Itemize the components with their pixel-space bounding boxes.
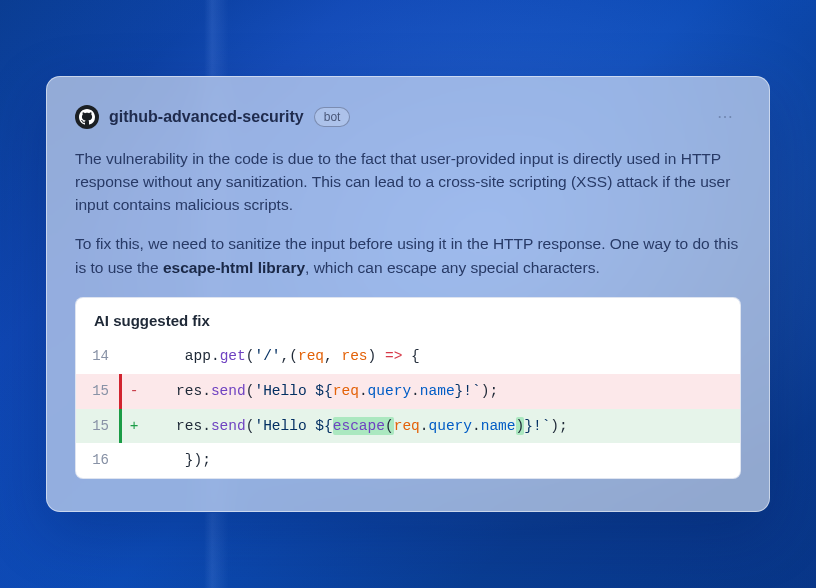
panel-title: AI suggested fix — [76, 298, 740, 339]
suggested-fix-panel: AI suggested fix 14 app.get('/',(req, re… — [75, 297, 741, 479]
line-number: 14 — [76, 339, 122, 374]
author-avatar[interactable] — [75, 105, 99, 129]
line-number: 15 — [76, 374, 122, 409]
p2-suffix: , which can escape any special character… — [305, 259, 600, 276]
more-menu-icon[interactable]: ⋯ — [711, 105, 741, 128]
code-content: res.send('Hello ${escape(req.query.name)… — [146, 409, 740, 444]
line-number: 16 — [76, 443, 122, 478]
diff-marker — [122, 339, 146, 374]
line-number: 15 — [76, 409, 122, 444]
code-content: app.get('/',(req, res) => { — [146, 339, 740, 374]
github-icon — [79, 109, 95, 125]
comment-card: github-advanced-security bot ⋯ The vulne… — [46, 76, 770, 513]
p2-bold: escape-html library — [163, 259, 305, 276]
diff-line: 14 app.get('/',(req, res) => { — [76, 339, 740, 374]
diff-marker — [122, 443, 146, 478]
code-content: }); — [146, 443, 740, 478]
comment-paragraph-1: The vulnerability in the code is due to … — [75, 147, 741, 217]
diff-line: 15+ res.send('Hello ${escape(req.query.n… — [76, 409, 740, 444]
diff-line: 15- res.send('Hello ${req.query.name}!`)… — [76, 374, 740, 409]
diff-block: 14 app.get('/',(req, res) => {15- res.se… — [76, 339, 740, 478]
diff-marker: - — [122, 374, 146, 409]
comment-paragraph-2: To fix this, we need to sanitize the inp… — [75, 232, 741, 279]
author-name[interactable]: github-advanced-security — [109, 108, 304, 126]
code-content: res.send('Hello ${req.query.name}!`); — [146, 374, 740, 409]
diff-line: 16 }); — [76, 443, 740, 478]
comment-header: github-advanced-security bot ⋯ — [75, 105, 741, 129]
diff-marker: + — [122, 409, 146, 444]
bot-badge: bot — [314, 107, 351, 127]
